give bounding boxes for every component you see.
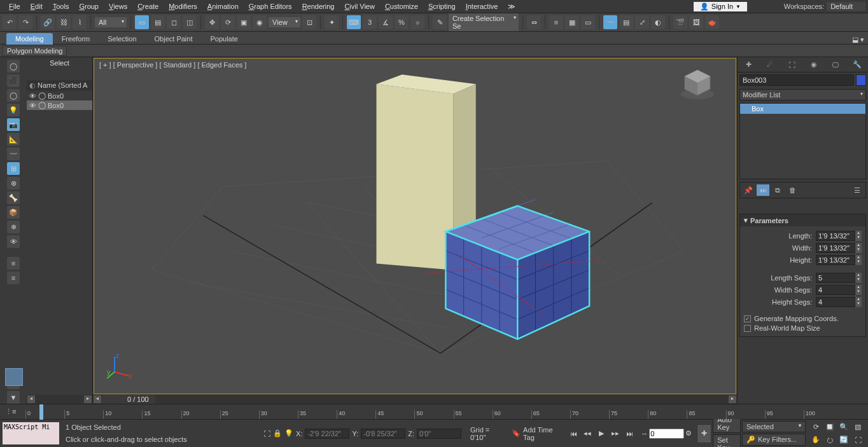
- link-button[interactable]: 🔗: [41, 15, 55, 29]
- angle-snap-toggle[interactable]: ∡: [379, 15, 393, 29]
- menu-tools[interactable]: Tools: [48, 1, 74, 11]
- display-geometry-icon[interactable]: ⬛: [7, 74, 20, 87]
- rotate-button[interactable]: ⟳: [221, 15, 235, 29]
- menu-views[interactable]: Views: [104, 1, 132, 11]
- tab-display[interactable]: 🖵: [825, 57, 846, 72]
- display-all-icon[interactable]: ◯: [7, 60, 20, 72]
- scroll-left-button[interactable]: ◂: [93, 395, 102, 404]
- orbit-button[interactable]: ⭮: [823, 434, 836, 446]
- named-selection-dropdown[interactable]: Create Selection Se: [449, 13, 519, 31]
- viewport[interactable]: [ + ] [ Perspective ] [ Standard ] [ Edg…: [94, 58, 736, 394]
- y-coord-input[interactable]: [361, 429, 405, 439]
- placement-button[interactable]: ◉: [253, 15, 267, 29]
- render-frame-button[interactable]: 🖼: [689, 15, 703, 29]
- menu-file[interactable]: File: [4, 1, 25, 11]
- object-color-swatch[interactable]: [856, 74, 866, 86]
- rectangle-region-button[interactable]: ◻: [167, 15, 181, 29]
- workspaces-dropdown[interactable]: Default: [827, 2, 865, 11]
- display-frozen-icon[interactable]: ❄: [7, 221, 20, 233]
- selection-filter-dropdown[interactable]: All: [95, 17, 127, 27]
- spinner-arrows-icon[interactable]: ▲▼: [855, 231, 862, 241]
- active-viewport-tile[interactable]: [5, 368, 23, 386]
- remove-modifier-button[interactable]: 🗑: [786, 184, 799, 196]
- lock-icon[interactable]: 🔒: [273, 429, 282, 437]
- display-hidden-icon[interactable]: 👁: [7, 235, 20, 248]
- scroll-left-button[interactable]: ◂: [27, 395, 36, 404]
- height-spinner[interactable]: ▲▼: [816, 255, 862, 265]
- dope-sheet-button[interactable]: ▤: [619, 15, 633, 29]
- render-button[interactable]: 🫖: [705, 15, 719, 29]
- gen-mapping-checkbox[interactable]: ✓Generate Mapping Coords.: [744, 315, 862, 322]
- undo-button[interactable]: ↶: [3, 15, 17, 29]
- menu-create[interactable]: Create: [132, 1, 164, 11]
- render-setup-button[interactable]: 🎬: [673, 15, 687, 29]
- menu-customize[interactable]: Customize: [380, 1, 423, 11]
- spinner-arrows-icon[interactable]: ▲▼: [855, 285, 862, 295]
- spinner-snap-toggle[interactable]: ⟐: [410, 15, 424, 29]
- tab-modify[interactable]: ☄: [759, 57, 781, 72]
- goto-start-button[interactable]: ⏮: [567, 428, 580, 439]
- unlink-button[interactable]: ⛓: [57, 15, 71, 29]
- scroll-track[interactable]: [155, 395, 728, 404]
- menu-overflow-icon[interactable]: ≫: [508, 3, 515, 11]
- display-spacewarps-icon[interactable]: 〰: [7, 148, 20, 160]
- display-containers-icon[interactable]: 📦: [7, 206, 20, 219]
- menu-edit[interactable]: Edit: [25, 1, 48, 11]
- freeze-icon[interactable]: ◯: [38, 101, 46, 109]
- scale-button[interactable]: ▣: [237, 15, 251, 29]
- mirror-button[interactable]: ⇔: [527, 15, 541, 29]
- display-groups-icon[interactable]: ⊞: [7, 162, 20, 175]
- make-unique-button[interactable]: ⧉: [771, 184, 784, 196]
- tab-hierarchy[interactable]: ⛶: [781, 57, 802, 72]
- scroll-right-button[interactable]: ▸: [728, 395, 737, 404]
- sign-in-button[interactable]: 👤 Sign In ▼: [694, 2, 747, 11]
- isolate-icon[interactable]: 💡: [284, 429, 293, 437]
- rollout-header[interactable]: ▾Parameters: [740, 214, 865, 226]
- filter-menu-icon[interactable]: ≡: [7, 257, 20, 270]
- eye-icon[interactable]: 👁: [29, 102, 36, 109]
- manipulate-button[interactable]: ✦: [325, 15, 339, 29]
- key-filters-button[interactable]: 🔑Key Filters...: [742, 434, 806, 446]
- zoom-extents-button[interactable]: 🔲: [823, 422, 836, 433]
- menu-group[interactable]: Group: [74, 1, 104, 11]
- display-xrefs-icon[interactable]: ⊗: [7, 177, 20, 189]
- tab-modeling[interactable]: Modeling: [6, 33, 53, 45]
- add-time-tag-button[interactable]: 🔖 Add Time Tag: [512, 426, 559, 441]
- setkey-button[interactable]: Set Key: [713, 434, 741, 448]
- x-coord-input[interactable]: [305, 429, 349, 439]
- snap-toggle[interactable]: 3: [363, 15, 377, 29]
- show-end-result-button[interactable]: ⏭: [757, 184, 769, 196]
- timeline[interactable]: ⋮≡ 05 1015 2025 3035 4045 5055 6065 7075…: [0, 404, 868, 419]
- pin-stack-button[interactable]: 📌: [742, 184, 755, 196]
- menu-animation[interactable]: Animation: [202, 1, 244, 11]
- prev-frame-button[interactable]: ◂◂: [581, 428, 594, 439]
- stack-item-box[interactable]: Box: [740, 104, 865, 114]
- tab-object-paint[interactable]: Object Paint: [146, 33, 202, 45]
- goto-end-button[interactable]: ⏭: [623, 428, 636, 439]
- configure-sets-button[interactable]: ☰: [851, 184, 864, 196]
- lsegs-spinner[interactable]: ▲▼: [816, 273, 862, 283]
- zoom-button[interactable]: 🔍: [837, 422, 850, 433]
- timeline-config-icon[interactable]: ⋮≡: [0, 408, 21, 416]
- time-config-icon[interactable]: ⚙: [685, 429, 692, 437]
- walk-button[interactable]: 🔄: [837, 434, 850, 446]
- maxscript-listener[interactable]: MAXScript Mi: [3, 422, 59, 444]
- align-button[interactable]: ≡: [549, 15, 563, 29]
- spinner-arrows-icon[interactable]: ▲▼: [855, 273, 862, 283]
- wsegs-spinner[interactable]: ▲▼: [816, 285, 862, 295]
- pan-button[interactable]: ✋: [809, 434, 822, 446]
- width-spinner[interactable]: ▲▼: [816, 243, 862, 253]
- scene-explorer-header[interactable]: ◐ Name (Sorted A: [27, 80, 92, 91]
- real-world-checkbox[interactable]: Real-World Map Size: [744, 324, 862, 332]
- tab-motion[interactable]: ◉: [803, 57, 825, 72]
- select-object-button[interactable]: ▭: [135, 15, 149, 29]
- tab-utilities[interactable]: 🔧: [846, 57, 868, 72]
- toggle-ribbon-button[interactable]: ▭: [581, 15, 595, 29]
- display-lights-icon[interactable]: 💡: [7, 104, 20, 116]
- tab-selection[interactable]: Selection: [99, 33, 145, 45]
- menu-scripting[interactable]: Scripting: [423, 1, 461, 11]
- window-crossing-button[interactable]: ◫: [183, 15, 197, 29]
- menu-civil-view[interactable]: Civil View: [339, 1, 379, 11]
- hsegs-spinner[interactable]: ▲▼: [816, 297, 862, 307]
- ref-coord-dropdown[interactable]: View: [269, 17, 300, 27]
